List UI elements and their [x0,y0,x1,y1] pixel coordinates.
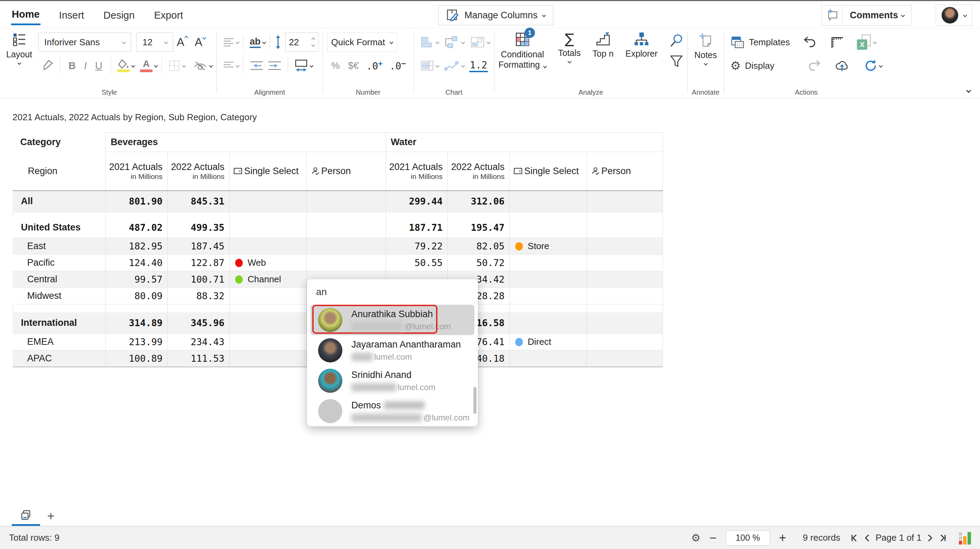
person-list-item[interactable]: Srinidhi Anandlumel.com [310,365,474,396]
fill-color-button[interactable] [117,59,130,72]
hide-values-button[interactable] [193,60,207,71]
spinner-up-icon[interactable] [311,37,315,41]
next-page-button[interactable] [926,533,934,543]
column-width-button[interactable] [294,59,308,72]
increase-decimal-button[interactable]: .0+ [367,59,383,72]
borders-button[interactable] [168,59,180,72]
sheet-tab-active[interactable] [12,506,40,526]
header-wat-2022[interactable]: 2022 Actualsin Millions [448,152,510,191]
totals-button[interactable]: ∑ Totals [558,32,581,63]
sparkline-button[interactable] [444,60,460,71]
zoom-out-button[interactable]: − [710,533,717,543]
number-format-sample[interactable]: 1.2 [469,59,488,72]
format-painter-button[interactable] [40,59,54,72]
percent-format-button[interactable]: % [331,60,340,71]
single-select-cell[interactable]: Channel [230,271,307,288]
add-sheet-button[interactable]: + [40,506,62,526]
account-menu[interactable] [936,5,972,26]
person-cell[interactable] [307,191,386,212]
header-bev-2022[interactable]: 2022 Actualsin Millions [168,152,230,191]
single-select-cell[interactable]: Store [510,238,587,255]
row-label[interactable]: Midwest [13,288,106,305]
add-comment-button[interactable] [821,5,843,25]
person-cell[interactable] [587,217,663,238]
person-list-item[interactable]: Anurathika Subbiah@lumel.com [310,305,474,335]
refresh-button[interactable] [863,59,882,72]
tab-design[interactable]: Design [103,5,135,25]
header-bev-person[interactable]: Person [307,152,386,191]
top-n-button[interactable]: Top n [592,32,613,59]
row-dimension-header[interactable]: Region [13,152,106,191]
row-label[interactable]: International [13,313,106,334]
quick-format-select[interactable]: Quick Format [327,32,397,52]
picker-scrollbar[interactable] [473,387,477,414]
person-search-input[interactable] [316,286,469,297]
single-select-cell[interactable] [510,350,587,367]
zoom-level[interactable]: 100 % [726,530,770,546]
collapse-ribbon-button[interactable] [966,88,971,93]
single-select-cell[interactable] [230,334,307,350]
header-bev-single-select[interactable]: Single Select [230,152,307,191]
single-select-cell[interactable] [510,271,587,288]
row-label[interactable]: East [13,238,106,255]
header-wat-person[interactable]: Person [587,152,663,191]
explorer-button[interactable]: Explorer [625,32,657,59]
single-select-cell[interactable] [510,217,587,238]
comments-button[interactable]: Comments [843,5,912,25]
row-label[interactable]: Central [13,271,106,288]
row-label[interactable]: APAC [13,350,106,367]
settings-gear-icon[interactable]: ⚙ [691,532,701,544]
single-select-cell[interactable] [510,255,587,271]
publish-button[interactable] [834,59,850,72]
single-select-cell[interactable] [510,288,587,305]
header-bev-2021[interactable]: 2021 Actualsin Millions [106,152,168,191]
outdent-button[interactable] [250,61,264,70]
prev-page-button[interactable] [863,533,871,543]
person-cell[interactable] [587,288,663,305]
header-wat-single-select[interactable]: Single Select [510,152,587,191]
zoom-in-button[interactable]: + [779,533,786,543]
display-button[interactable]: ⚙ Display [730,60,775,71]
person-cell[interactable] [587,271,663,288]
italic-button[interactable]: I [84,60,87,71]
horizontal-align-button[interactable] [223,38,234,47]
person-cell[interactable] [307,238,386,255]
table-chart-button[interactable] [420,60,434,71]
decrease-font-button[interactable]: A [195,36,206,49]
vertical-align-button[interactable] [223,61,234,70]
search-button[interactable] [670,34,683,48]
ruler-button[interactable] [830,36,844,49]
tab-export[interactable]: Export [153,5,184,25]
underline-button[interactable]: U [95,60,102,71]
row-label[interactable]: EMEA [13,334,106,350]
person-cell[interactable] [587,191,663,212]
indent-button[interactable] [268,61,282,70]
text-wrap-button[interactable]: ab [250,36,261,48]
font-size-select[interactable]: 12 [137,32,173,52]
tab-home[interactable]: Home [11,4,40,25]
row-label[interactable]: All [13,191,106,212]
person-list-item[interactable]: Demos@lumel.com [310,396,474,426]
person-cell[interactable] [307,217,386,238]
person-cell[interactable] [587,313,663,334]
single-select-cell[interactable] [230,217,307,238]
templates-button[interactable]: Templates [730,35,790,49]
filter-button[interactable] [670,55,683,68]
single-select-cell[interactable]: Web [230,255,307,271]
decrease-decimal-button[interactable]: .0− [390,59,406,72]
bold-button[interactable]: B [68,60,76,71]
row-height-stepper[interactable]: 22 [285,32,318,52]
increase-font-button[interactable]: A [177,36,188,49]
layout-chart-button[interactable] [470,36,485,48]
spinner-down-icon[interactable] [311,43,315,47]
column-group-water[interactable]: Water [386,133,663,152]
single-select-cell[interactable] [230,288,307,305]
redo-button[interactable] [807,59,821,72]
person-cell[interactable] [587,238,663,255]
person-cell[interactable] [587,255,663,271]
row-label[interactable]: Pacific [13,255,106,271]
single-select-cell[interactable] [230,191,307,212]
font-family-select[interactable]: Inforiver Sans [38,32,131,52]
person-cell[interactable] [587,350,663,367]
manage-columns-button[interactable]: Manage Columns [439,5,553,25]
